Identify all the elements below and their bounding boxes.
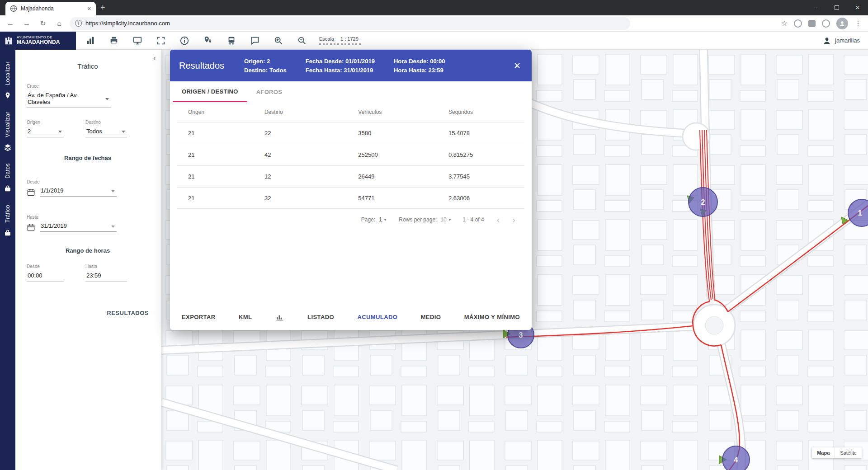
chat-icon[interactable] (250, 35, 260, 46)
extension-icon-2[interactable] (808, 20, 816, 27)
browser-tab-strip: Majadahonda ✕ + ─ ✕ (0, 0, 868, 15)
user-name: jamarillas (835, 37, 860, 44)
rows-per-page-select[interactable]: 10 ▾ (440, 216, 451, 223)
modal-header: Resultados Origen: 2 Destino: Todos Fech… (170, 50, 532, 81)
next-page-icon[interactable]: › (512, 215, 515, 224)
zoom-out-icon[interactable] (297, 35, 307, 46)
calendar-icon[interactable] (27, 188, 35, 197)
hora-hasta-input[interactable]: 23:59 (85, 270, 127, 282)
range-text: 1 - 4 of 4 (462, 216, 484, 223)
table-row[interactable]: 2112264493.77545 (177, 165, 524, 187)
extension-icon-1[interactable] (794, 19, 802, 28)
app-header: AYUNTAMIENTO DE MAJADAHONDA (0, 32, 868, 50)
window-controls: ─ ✕ (806, 0, 868, 15)
kml-button[interactable]: KML (239, 314, 252, 320)
info-icon[interactable] (179, 35, 190, 46)
new-tab-button[interactable]: + (100, 3, 105, 13)
sidebar-item-trafico[interactable]: Tráfico (5, 205, 11, 223)
table-row[interactable]: 2132547712.63006 (177, 187, 524, 209)
calendar-icon[interactable] (27, 223, 35, 232)
panel-collapse-icon[interactable]: ‹ (153, 53, 156, 63)
map-pins-icon[interactable] (203, 35, 213, 46)
app-logo[interactable]: AYUNTAMIENTO DE MAJADAHONDA (0, 32, 76, 50)
chart-tool-icon[interactable] (85, 35, 96, 46)
destino-label: Destino (85, 120, 127, 125)
fullscreen-icon[interactable] (156, 35, 166, 46)
window-minimize-button[interactable]: ─ (806, 0, 826, 15)
maximo-minimo-button[interactable]: MÁXIMO Y MÍNIMO (464, 314, 520, 320)
browser-profile-avatar[interactable] (836, 18, 848, 29)
window-maximize-button[interactable] (826, 0, 847, 15)
hora-desde-input[interactable]: 00:00 (27, 270, 64, 282)
modal-actions: EXPORTAR KML LISTADO ACUMULADO MEDIO MÁX… (170, 304, 532, 330)
resultados-button[interactable]: RESULTADOS (27, 310, 149, 316)
back-icon[interactable]: ← (5, 19, 16, 28)
map-type-switch: Mapa Satélite (812, 447, 862, 458)
satellite-button[interactable]: Satélite (835, 447, 862, 458)
sidebar-item-datos[interactable]: Datos (5, 163, 11, 179)
address-bar-actions: ☆ ⋮ (781, 18, 863, 29)
marker-2[interactable]: 2 (689, 188, 717, 216)
close-icon[interactable]: ✕ (512, 59, 523, 73)
listado-button[interactable]: LISTADO (307, 314, 334, 320)
pin-icon[interactable] (4, 92, 12, 100)
fecha-hasta-input[interactable]: 31/1/2019 (40, 221, 117, 232)
prev-page-icon[interactable]: ‹ (497, 215, 500, 224)
browser-tab[interactable]: Majadahonda ✕ (5, 2, 96, 15)
origen-select[interactable]: 2 (27, 126, 64, 137)
marker-4[interactable]: 4 (722, 446, 750, 470)
zoom-in-icon[interactable] (273, 35, 284, 46)
medio-button[interactable]: MEDIO (421, 314, 441, 320)
scale-value: 1 : 1729 (340, 36, 359, 42)
table-row[interactable]: 21422525000.815275 (177, 144, 524, 165)
print-icon[interactable] (108, 35, 119, 46)
url-input[interactable]: i https://simplicity.incaurbano.com (70, 17, 630, 30)
acumulado-button[interactable]: ACUMULADO (357, 314, 397, 320)
chevron-down-icon: ▾ (449, 217, 451, 222)
home-icon[interactable]: ⌂ (53, 19, 65, 28)
extension-icon-3[interactable] (822, 19, 830, 28)
cruce-select[interactable]: Av. de España / Av. Claveles (27, 90, 111, 108)
layers-icon[interactable] (4, 143, 12, 151)
user-icon (822, 36, 831, 45)
pagination: Page: 1 ▾ Rows per page: 10 ▾ 1 - 4 of 4… (170, 215, 532, 224)
browser-address-bar: ← → ↻ ⌂ i https://simplicity.incaurbano.… (0, 15, 868, 32)
forward-icon[interactable]: → (21, 19, 33, 28)
fecha-desde-input[interactable]: 1/1/2019 (40, 186, 117, 197)
bookmark-star-icon[interactable]: ☆ (781, 19, 788, 28)
reload-icon[interactable]: ↻ (37, 19, 49, 28)
screen-icon[interactable] (132, 35, 143, 46)
page-label: Page: (361, 216, 375, 223)
roundabout-center (705, 316, 723, 334)
briefcase-icon[interactable] (4, 185, 12, 193)
url-text: https://simplicity.incaurbano.com (85, 20, 170, 27)
main-area: Localizar Visualizar Datos Tráfico ‹ Trá… (0, 50, 868, 470)
fecha-desde-label: Desde (27, 179, 149, 184)
table-row[interactable]: 2122358015.4078 (177, 122, 524, 144)
table-header-row: Origen Destino Vehículos Segundos (177, 102, 524, 122)
window-close-button[interactable]: ✕ (847, 0, 868, 15)
toolbar (85, 35, 307, 46)
site-info-icon[interactable]: i (75, 20, 82, 27)
user-menu[interactable]: jamarillas (822, 36, 860, 45)
logo-line2: MAJADAHONDA (17, 39, 60, 46)
sidebar-item-localizar[interactable]: Localizar (5, 61, 11, 85)
tab-origen-destino[interactable]: ORIGEN / DESTINO (173, 81, 247, 102)
bus-icon[interactable] (226, 35, 237, 46)
modal-tabs: ORIGEN / DESTINO AFOROS (170, 81, 532, 102)
sidebar-item-visualizar[interactable]: Visualizar (5, 112, 11, 137)
exportar-button[interactable]: EXPORTAR (182, 314, 215, 320)
browser-menu-icon[interactable]: ⋮ (854, 19, 862, 28)
briefcase2-icon[interactable] (4, 229, 12, 237)
svg-text:3: 3 (519, 331, 523, 339)
map-button[interactable]: Mapa (812, 447, 835, 458)
svg-text:1: 1 (858, 209, 862, 217)
svg-text:2: 2 (701, 198, 705, 206)
hora-hasta-label: Hasta (85, 264, 127, 269)
destino-select[interactable]: Todos (85, 126, 127, 137)
tab-close-icon[interactable]: ✕ (87, 6, 91, 12)
hora-desde-label: Desde (27, 264, 64, 269)
page-select[interactable]: 1 ▾ (379, 216, 386, 223)
chart-view-icon[interactable] (275, 312, 284, 321)
tab-aforos[interactable]: AFOROS (247, 81, 291, 102)
